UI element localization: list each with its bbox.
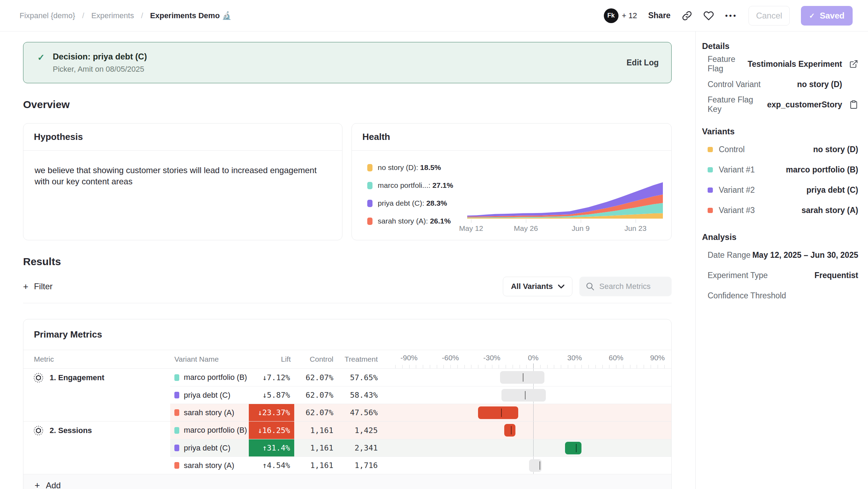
analysis-value: May 12, 2025 – Jun 30, 2025 xyxy=(752,250,858,260)
confidence-interval-cell xyxy=(395,369,671,386)
ruler-tick xyxy=(430,365,430,368)
confidence-interval-cell xyxy=(395,404,671,421)
analysis-label: Date Range xyxy=(708,250,752,260)
control-value: 1,161 xyxy=(294,457,337,474)
table-row: marco portfolio (B)↓16.25%1,1611,425 xyxy=(170,421,671,439)
ruler-tick xyxy=(526,365,527,368)
lift-value: ↑4.54% xyxy=(249,457,294,474)
control-value: 1,161 xyxy=(294,421,337,439)
ruler-tick xyxy=(492,365,492,368)
x-axis-label: May 26 xyxy=(514,224,538,233)
confidence-interval-bar xyxy=(478,406,518,419)
detail-label: Control Variant xyxy=(708,80,797,89)
edit-log-button[interactable]: Edit Log xyxy=(627,58,659,68)
breadcrumb-experiments[interactable]: Experiments xyxy=(91,11,134,20)
more-options-icon[interactable]: ••• xyxy=(725,11,737,20)
variants-dropdown[interactable]: All Variants xyxy=(503,277,572,296)
ruler-tick xyxy=(437,365,437,368)
breadcrumb-separator: / xyxy=(82,11,84,20)
overview-heading: Overview xyxy=(23,99,672,111)
ruler-tick xyxy=(395,365,396,368)
add-metric-button[interactable]: + Add xyxy=(23,474,671,489)
ruler-tick xyxy=(547,365,548,368)
zero-line xyxy=(533,421,534,439)
ruler-axis-label: 30% xyxy=(567,354,582,362)
favorite-heart-icon[interactable] xyxy=(703,10,714,21)
search-metrics-box[interactable] xyxy=(579,277,672,296)
copy-link-icon[interactable] xyxy=(682,10,692,21)
results-divider xyxy=(23,303,672,303)
metric-goal-icon xyxy=(33,425,44,436)
variant-name: marco portfolio (B) xyxy=(184,373,247,382)
table-row: sarah story (A)↓23.37%62.07%47.56% xyxy=(170,404,671,421)
row-spacer xyxy=(381,387,395,404)
ruler-tick xyxy=(561,365,561,368)
row-spacer xyxy=(381,457,395,474)
metrics-table-body: 1. Engagementmarco portfolio (B)↓7.12%62… xyxy=(23,368,671,474)
control-value: 62.07% xyxy=(294,404,337,421)
variant-swatch xyxy=(708,208,713,213)
legend-swatch xyxy=(367,182,372,189)
ruler-tick xyxy=(554,365,554,368)
metric-goal-icon xyxy=(33,373,44,383)
health-legend: no story (D): 18.5%marco portfoli...: 27… xyxy=(367,163,467,233)
treatment-value: 2,341 xyxy=(337,439,381,456)
avatar[interactable]: Fk xyxy=(604,8,619,23)
variant-value: marco portfolio (B) xyxy=(786,165,858,175)
plus-icon: + xyxy=(23,281,28,292)
add-filter-button[interactable]: + Filter xyxy=(23,281,53,292)
col-lift: Lift xyxy=(249,355,294,363)
breadcrumb-separator: / xyxy=(141,11,143,20)
search-metrics-input[interactable] xyxy=(599,282,665,291)
primary-metrics-card: Primary Metrics Metric Variant Name Lift… xyxy=(23,319,672,489)
ruler-tick xyxy=(595,365,596,368)
main-layout: ✓ Decision: priya debt (C) Picker, Amit … xyxy=(0,31,868,489)
variant-swatch xyxy=(708,187,713,193)
analysis-row: Date RangeMay 12, 2025 – Jun 30, 2025 xyxy=(701,245,858,265)
control-value: 62.07% xyxy=(294,387,337,404)
lift-value: ↓7.12% xyxy=(249,369,294,386)
row-spacer xyxy=(381,421,395,439)
ruler-tick xyxy=(506,365,506,368)
variant-swatch xyxy=(174,445,179,451)
search-icon xyxy=(586,282,595,291)
cancel-button[interactable]: Cancel xyxy=(748,6,790,26)
control-value: 1,161 xyxy=(294,439,337,456)
hypothesis-card: Hypothesis we believe that showing custo… xyxy=(23,123,342,240)
hypothesis-title: Hypothesis xyxy=(23,123,342,151)
variant-value: priya debt (C) xyxy=(806,185,858,195)
variant-label: Control xyxy=(719,145,813,154)
main-content: ✓ Decision: priya debt (C) Picker, Amit … xyxy=(0,31,695,489)
detail-row: Feature FlagTestimonials Experiment xyxy=(701,54,858,74)
saved-button[interactable]: ✓ Saved xyxy=(801,6,853,26)
ruler-axis-label: -90% xyxy=(400,354,418,362)
breadcrumb-project[interactable]: Fixpanel {demo} xyxy=(20,11,75,20)
metric-name: 2. Sessions xyxy=(50,426,92,435)
confidence-interval-cell xyxy=(395,421,671,439)
variant-row: Variant #3sarah story (A) xyxy=(701,200,858,220)
decision-subtitle: Picker, Amit on 08/05/2025 xyxy=(53,65,627,74)
ruler-axis-label: 90% xyxy=(650,354,665,362)
analysis-title: Analysis xyxy=(701,232,858,242)
ruler-tick xyxy=(416,365,416,368)
collaborators-group[interactable]: Fk + 12 xyxy=(604,8,637,23)
ruler-tick xyxy=(671,365,672,368)
clipboard-copy-icon[interactable] xyxy=(849,100,858,109)
point-estimate-tick xyxy=(576,444,577,452)
x-axis-tick xyxy=(471,219,471,223)
external-link-icon[interactable] xyxy=(849,59,858,69)
ruler-tick xyxy=(513,365,513,368)
col-metric: Metric xyxy=(23,355,170,363)
metric-group: 1. Engagementmarco portfolio (B)↓7.12%62… xyxy=(23,368,671,421)
ruler-tick xyxy=(540,365,541,368)
detail-value: exp_customerStory xyxy=(767,100,842,109)
legend-item: priya debt (C): 28.3% xyxy=(367,199,467,207)
variant-swatch xyxy=(174,392,179,398)
ruler-tick xyxy=(450,365,451,368)
filter-label: Filter xyxy=(34,282,52,291)
share-button[interactable]: Share xyxy=(648,11,671,20)
metric-rows: marco portfolio (B)↓7.12%62.07%57.65%pri… xyxy=(170,369,671,421)
table-row: priya debt (C)↓5.87%62.07%58.43% xyxy=(170,386,671,404)
add-metric-label: Add xyxy=(46,481,61,489)
detail-value: Testimonials Experiment xyxy=(747,59,842,69)
